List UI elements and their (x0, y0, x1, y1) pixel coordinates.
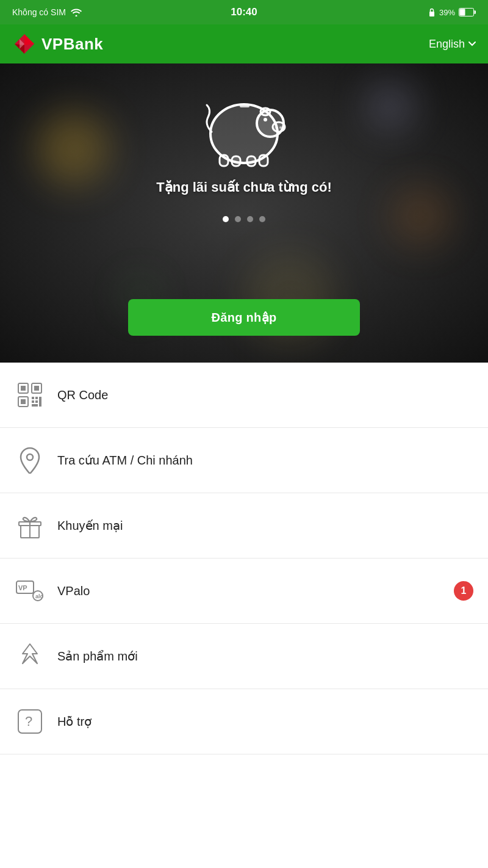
menu-label-vpalo: VPalo (57, 584, 90, 598)
wifi-icon (71, 8, 82, 16)
menu-item-vpalo[interactable]: VP alo VPalo 1 (0, 559, 488, 624)
help-icon: ? (15, 706, 45, 737)
battery-icon (459, 8, 476, 16)
carousel-dot-1[interactable] (223, 216, 229, 222)
carousel-dots (223, 216, 265, 222)
location-icon (15, 445, 45, 476)
login-btn-container: Đăng nhập (128, 299, 360, 336)
svg-rect-19 (21, 386, 26, 391)
svg-rect-26 (32, 400, 34, 403)
menu-item-new-products[interactable]: Sản phẩm mới (0, 624, 488, 689)
menu-item-support[interactable]: ? Hỗ trợ (0, 689, 488, 754)
logo-area: VPBank (12, 33, 103, 55)
svg-rect-21 (34, 386, 39, 391)
svg-point-10 (279, 126, 282, 129)
menu-item-qr-code[interactable]: QR Code (0, 363, 488, 428)
svg-text:alo: alo (35, 593, 44, 599)
svg-rect-17 (259, 155, 268, 166)
menu-label-support: Hỗ trợ (57, 714, 92, 729)
status-right: 39% (428, 8, 476, 17)
lock-icon (428, 8, 436, 16)
carousel-dot-2[interactable] (235, 216, 241, 222)
carousel-dot-4[interactable] (259, 216, 265, 222)
svg-rect-28 (39, 397, 41, 407)
menu-item-atm-lookup[interactable]: Tra cứu ATM / Chi nhánh (0, 428, 488, 493)
vpbank-logo-text: VPBank (41, 35, 103, 54)
svg-rect-16 (247, 156, 256, 166)
svg-marker-4 (24, 34, 34, 45)
svg-rect-25 (35, 397, 38, 399)
vpalo-badge: 1 (454, 581, 473, 601)
menu-label-promotions: Khuyến mại (57, 518, 123, 533)
svg-rect-23 (21, 399, 26, 404)
language-label: English (429, 38, 465, 51)
hero-subtitle: Tặng lãi suất chưa từng có! (156, 179, 331, 195)
vpbank-logo-icon (12, 33, 37, 55)
svg-point-12 (260, 108, 270, 115)
navbar: VPBank English (0, 24, 488, 63)
svg-rect-2 (460, 9, 465, 16)
svg-rect-29 (32, 404, 38, 407)
carrier-text: Không có SIM (12, 7, 66, 17)
gift-icon (15, 510, 45, 541)
svg-point-11 (264, 118, 267, 121)
svg-rect-0 (429, 12, 434, 16)
language-selector[interactable]: English (429, 38, 476, 51)
svg-point-9 (275, 126, 278, 129)
menu-item-promotions[interactable]: Khuyến mại (0, 493, 488, 559)
vpalo-icon: VP alo (15, 576, 45, 606)
menu-label-new-products: Sản phẩm mới (57, 649, 138, 664)
svg-rect-14 (220, 155, 228, 166)
hero-banner: Tặng lãi suất chưa từng có! Đăng nhập (0, 63, 488, 363)
piggy-bank-icon (198, 88, 290, 167)
qr-icon (15, 380, 45, 410)
menu-list: QR Code Tra cứu ATM / Chi nhánh Khuyến m… (0, 363, 488, 754)
status-bar: Không có SIM 10:40 39% (0, 0, 488, 24)
status-time: 10:40 (231, 6, 257, 18)
svg-rect-27 (35, 400, 38, 403)
svg-rect-15 (232, 156, 240, 166)
chevron-down-icon (468, 40, 476, 48)
svg-point-8 (273, 122, 285, 132)
menu-label-qr-code: QR Code (57, 388, 108, 402)
carousel-dot-3[interactable] (247, 216, 253, 222)
login-button[interactable]: Đăng nhập (128, 299, 360, 336)
leaf-icon (15, 641, 45, 671)
status-left: Không có SIM (12, 7, 82, 17)
svg-point-30 (27, 454, 33, 460)
svg-text:?: ? (25, 714, 32, 729)
svg-text:VP: VP (18, 584, 27, 591)
svg-rect-13 (240, 105, 249, 107)
svg-rect-24 (32, 397, 34, 399)
battery-text: 39% (439, 8, 455, 17)
menu-label-atm-lookup: Tra cứu ATM / Chi nhánh (57, 453, 193, 468)
